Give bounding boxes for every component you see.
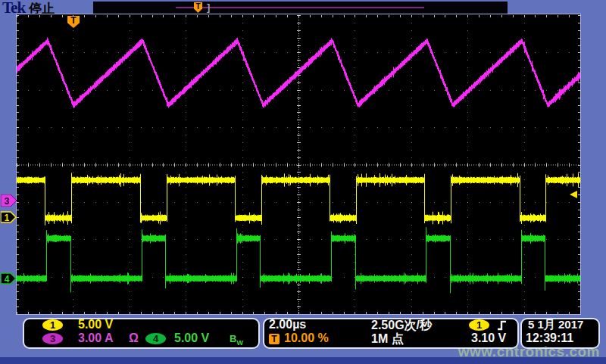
svg-text:3: 3 — [5, 196, 10, 207]
ch4-zero-marker[interactable]: 4 — [1, 272, 17, 285]
trigger-level-arrow-icon[interactable] — [570, 191, 577, 198]
ch3-badge[interactable]: 3 — [42, 333, 63, 344]
rising-edge-slope-icon[interactable] — [497, 320, 508, 331]
ch3-zero-marker[interactable]: 3 — [1, 194, 17, 207]
bottom-strip — [0, 357, 606, 364]
trigger-position-readout[interactable]: 10.00 % — [284, 331, 329, 345]
ch3-impedance-readout[interactable]: Ω — [129, 331, 139, 345]
ch4-badge[interactable]: 4 — [145, 333, 166, 344]
trigger-position-icon: T — [269, 334, 280, 344]
ch1-scale-readout[interactable]: 5.00 V — [78, 318, 113, 331]
timebase-readout[interactable]: 2.00µs — [269, 318, 306, 331]
ch4-scale-readout[interactable]: 5.00 V — [174, 331, 209, 345]
svg-text:1: 1 — [5, 213, 10, 223]
ch3-scale-readout[interactable]: 3.00 A — [78, 331, 114, 345]
preview-trigger-marker-icon[interactable]: T — [194, 2, 202, 13]
waveform-display[interactable] — [17, 14, 580, 314]
date-readout: 5 1月 2017 — [528, 318, 583, 332]
preview-waveform-line — [176, 7, 424, 8]
record-length-readout: 1M 点 — [371, 331, 404, 347]
oscilloscope-screen: Tek 停止 T ] 3 1 4 T 1 5.00 V 3 3.00 A Ω 4… — [0, 0, 606, 364]
trigger-source-badge[interactable]: 1 — [469, 319, 489, 331]
preview-zoom-bracket-icon: ] — [207, 2, 210, 13]
svg-text:4: 4 — [5, 274, 10, 285]
ch1-zero-marker[interactable]: 1 — [1, 211, 17, 223]
record-preview-bar[interactable]: T ] — [93, 2, 508, 14]
ch1-badge[interactable]: 1 — [42, 319, 63, 331]
bandwidth-limit-icon: BW — [230, 333, 243, 347]
waveform-canvas[interactable] — [17, 15, 580, 314]
